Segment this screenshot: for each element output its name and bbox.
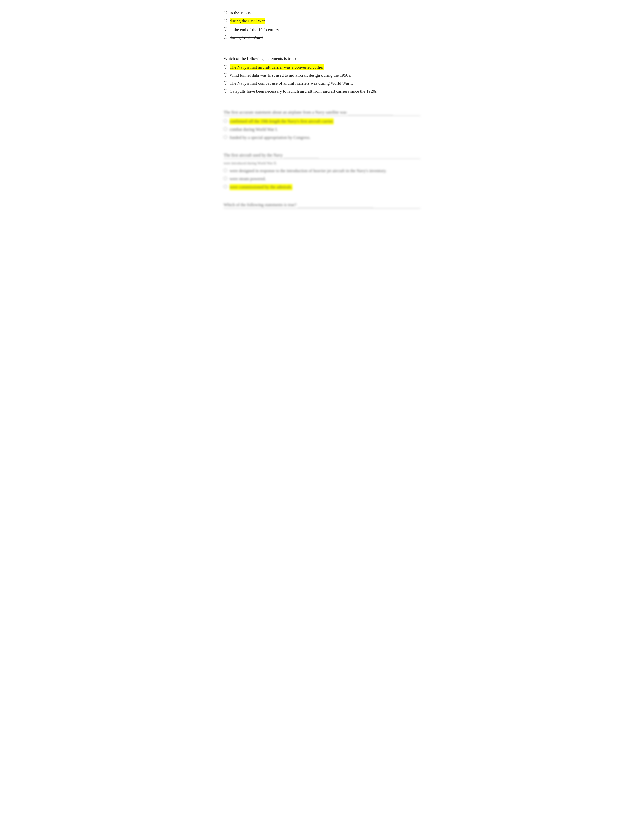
q4-label-3: were commissioned by the admirals. [230, 184, 293, 190]
q3-label-3: funded by a special appropriation by Con… [230, 135, 311, 141]
question-2-block: Which of the following statements is tru… [224, 56, 420, 95]
q3-label-1: confirmed off the 19th length the Navy's… [230, 118, 333, 124]
q1-label-4: during World War I [230, 35, 263, 41]
q4-option-2: were steam powered. [224, 176, 420, 182]
divider-2 [224, 102, 420, 102]
divider-4 [224, 195, 420, 195]
question-2-text: Which of the following statements is tru… [224, 56, 420, 62]
q4-radio-1 [224, 169, 227, 172]
q1-option-3: at the end of the 19th century [224, 26, 420, 32]
q4-radio-3 [224, 185, 227, 188]
q1-label-3: at the end of the 19th century [230, 26, 279, 32]
q2-radio-4[interactable] [224, 89, 227, 93]
question-1-options: in the 1930s during the Civil War at the… [224, 10, 420, 41]
q2-label-3: The Navy's first combat use of aircraft … [230, 80, 353, 86]
q3-option-1: confirmed off the 19th length the Navy's… [224, 118, 420, 124]
q4-radio-2 [224, 177, 227, 180]
q1-label-2: during the Civil War [230, 18, 265, 24]
q1-radio-1[interactable] [224, 11, 227, 14]
q4-subtext: were introduced during World War II. [224, 161, 420, 165]
q4-label-2: were steam powered. [230, 176, 266, 182]
question-5-blurred-block: Which of the following statements is tru… [224, 203, 420, 209]
q2-label-4: Catapults have been necessary to launch … [230, 88, 377, 95]
q2-radio-3[interactable] [224, 81, 227, 85]
q1-option-2: during the Civil War [224, 18, 420, 24]
q2-label-1: The Navy's first aircraft carrier was a … [230, 64, 324, 71]
q1-radio-4[interactable] [224, 35, 227, 39]
q3-radio-1 [224, 119, 227, 123]
q4-option-3: were commissioned by the admirals. [224, 184, 420, 190]
question-4-blurred-block: The first aircraft used by the Navy were… [224, 153, 420, 190]
q2-options-list: The Navy's first aircraft carrier was a … [224, 64, 420, 95]
divider-3 [224, 145, 420, 145]
q2-radio-1[interactable] [224, 65, 227, 69]
q1-option-4: during World War I [224, 35, 420, 41]
q2-label-2: Wind tunnel data was first used to aid a… [230, 72, 351, 79]
q2-radio-2[interactable] [224, 73, 227, 77]
superscript-th: th [262, 26, 265, 30]
q2-option-4: Catapults have been necessary to launch … [224, 88, 420, 95]
q1-radio-3[interactable] [224, 27, 227, 31]
question-3-blurred-block: The first accurate statement about an ai… [224, 110, 420, 140]
q4-option-1: were designed in response to the introdu… [224, 168, 420, 174]
divider-1 [224, 48, 420, 48]
q1-option-1: in the 1930s [224, 10, 420, 16]
q3-radio-3 [224, 135, 227, 139]
q1-options-list: in the 1930s during the Civil War at the… [224, 10, 420, 41]
q3-option-3: funded by a special appropriation by Con… [224, 135, 420, 141]
q3-option-2: combat during World War I. [224, 127, 420, 132]
q3-radio-2 [224, 127, 227, 131]
q5-question-text: Which of the following statements is tru… [224, 203, 420, 209]
q2-option-2: Wind tunnel data was first used to aid a… [224, 72, 420, 79]
q3-label-2: combat during World War I. [230, 127, 278, 132]
q1-radio-2[interactable] [224, 19, 227, 23]
q2-option-3: The Navy's first combat use of aircraft … [224, 80, 420, 86]
q2-option-1: The Navy's first aircraft carrier was a … [224, 64, 420, 71]
q1-label-1: in the 1930s [230, 10, 251, 16]
q3-question-text: The first accurate statement about an ai… [224, 110, 420, 116]
q4-label-1: were designed in response to the introdu… [230, 168, 386, 174]
q4-question-text: The first aircraft used by the Navy [224, 153, 420, 159]
